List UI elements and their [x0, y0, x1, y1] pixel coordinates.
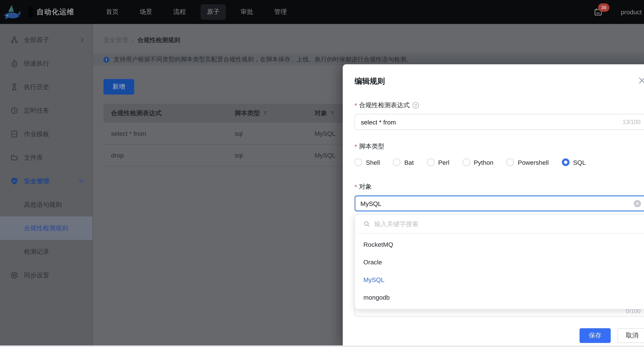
add-button[interactable]: 新增: [104, 79, 134, 95]
radio-circle: [393, 158, 400, 166]
sidebar-item-security-management[interactable]: 安全管理: [0, 169, 92, 193]
expression-char-counter: 13/100: [622, 119, 640, 125]
breadcrumb-current: 合规性检测规则: [138, 36, 180, 44]
sidebar-item-compliance-check-rules[interactable]: 合规性检测规则: [0, 217, 92, 240]
redacted-logo-text: [28, 6, 33, 17]
stopwatch-icon: [10, 59, 18, 67]
sidebar-item-label: 安全管理: [24, 177, 49, 185]
radio-perl[interactable]: Perl: [427, 158, 450, 166]
top-nav-bar: 自动化运维 首页 场景 流程 原子 审批 管理 36 product: [0, 0, 644, 24]
expression-input[interactable]: select * from 13/100: [354, 114, 644, 130]
required-asterisk: *: [354, 143, 357, 150]
sidebar-item-label: 高危语句规则: [24, 201, 62, 209]
whale-logo-icon: [2, 3, 21, 20]
nav-item-home[interactable]: 首页: [100, 4, 125, 20]
search-placeholder: 输入关键字搜索: [374, 220, 418, 228]
sidebar-item-all-atoms[interactable]: 全部原子: [0, 28, 92, 52]
horizontal-scrollbar[interactable]: [0, 346, 644, 347]
breadcrumb: 安全管理 › 合规性检测规则: [104, 36, 180, 44]
breadcrumb-parent[interactable]: 安全管理: [104, 36, 128, 44]
edit-rule-drawer: 编辑规则 * 合规性检测表达式 ? select * from 13/100 *…: [343, 64, 644, 347]
notification-button[interactable]: 36: [594, 7, 603, 17]
clear-icon[interactable]: [634, 200, 641, 207]
option-mysql-active[interactable]: MySQL: [355, 271, 644, 288]
app-window: 自动化运维 首页 场景 流程 原子 审批 管理 36 product: [0, 0, 644, 347]
radio-circle-selected: [562, 158, 569, 166]
cancel-button[interactable]: 取消: [617, 328, 644, 343]
expression-value: select * from: [361, 118, 622, 125]
info-banner-text: 支持用户根据不同类型的脚本类型言配置合规性规则，在脚本保存、上线、执行的时候都进…: [114, 55, 412, 63]
shield-check-icon: [10, 177, 18, 185]
sidebar-item-sync-settings[interactable]: 同步设置: [0, 264, 92, 287]
top-nav: 首页 场景 流程 原子 审批 管理: [96, 4, 297, 20]
sidebar-item-job-templates[interactable]: 作业模板: [0, 122, 92, 146]
radio-circle: [462, 158, 470, 166]
sidebar: 全部原子 快速执行 执行历史: [0, 24, 93, 347]
option-oracle[interactable]: Oracle: [355, 253, 644, 271]
header-right: 36 product: [594, 7, 644, 17]
dropdown-options: RocketMQ Oracle MySQL mongodb: [355, 234, 644, 306]
dropdown-search[interactable]: 输入关键字搜索: [355, 215, 644, 234]
script-type-radio-group: Shell Bat Perl Python Powershell SQL: [354, 158, 586, 166]
radio-powershell[interactable]: Powershell: [506, 158, 549, 166]
sidebar-item-file-library[interactable]: 文件库: [0, 146, 92, 169]
gear-icon: [10, 271, 18, 280]
sidebar-item-dangerous-statement-rules[interactable]: 高危语句规则: [0, 193, 92, 217]
molecule-icon: [10, 36, 18, 44]
sidebar-item-quick-execute[interactable]: 快速执行: [0, 52, 92, 75]
target-dropdown-panel: 输入关键字搜索 RocketMQ Oracle MySQL mongodb: [354, 214, 644, 309]
hourglass-icon: [10, 83, 18, 91]
sidebar-item-label: 执行历史: [24, 83, 49, 91]
sidebar-item-execution-history[interactable]: 执行历史: [0, 75, 92, 99]
sidebar-item-scheduled-tasks[interactable]: 定时任务: [0, 99, 92, 122]
column-header-script-type: 脚本类型: [227, 109, 307, 117]
info-icon: i: [104, 56, 109, 62]
radio-python[interactable]: Python: [462, 158, 494, 166]
option-mongodb[interactable]: mongodb: [355, 288, 644, 306]
nav-item-approvals[interactable]: 审批: [234, 4, 260, 20]
radio-circle: [354, 158, 362, 166]
nav-item-admin[interactable]: 管理: [268, 4, 293, 20]
filter-icon[interactable]: [263, 111, 268, 116]
target-select[interactable]: MySQL: [354, 195, 644, 211]
breadcrumb-separator: ›: [132, 37, 134, 43]
folder-icon: [10, 153, 18, 162]
clock-icon: [10, 106, 18, 115]
drawer-footer: 保存 取消: [580, 328, 644, 343]
sidebar-item-label: 检测记录: [24, 248, 49, 256]
expression-field-label: * 合规性检测表达式 ?: [354, 101, 419, 109]
radio-circle: [427, 158, 434, 166]
drawer-title: 编辑规则: [354, 76, 385, 86]
sidebar-item-label: 作业模板: [24, 130, 49, 138]
app-title: 自动化运维: [36, 7, 74, 17]
required-asterisk: *: [354, 183, 357, 191]
option-rocketmq[interactable]: RocketMQ: [355, 235, 644, 253]
close-icon[interactable]: [639, 77, 644, 84]
radio-sql[interactable]: SQL: [562, 158, 586, 166]
radio-circle: [506, 158, 514, 166]
help-icon[interactable]: ?: [412, 102, 419, 108]
nav-item-scenes[interactable]: 场景: [133, 4, 158, 20]
info-banner: i 支持用户根据不同类型的脚本类型言配置合规性规则，在脚本保存、上线、执行的时候…: [93, 53, 644, 66]
filter-icon[interactable]: [330, 111, 335, 116]
sidebar-item-label: 合规性检测规则: [24, 224, 68, 232]
target-field-label: * 对象: [354, 183, 372, 191]
radio-bat[interactable]: Bat: [393, 158, 414, 166]
target-value: MySQL: [360, 200, 382, 207]
column-header-expression: 合规性检测表达式: [104, 109, 227, 117]
sidebar-item-label: 全部原子: [24, 36, 49, 44]
chevron-down-icon: [79, 179, 84, 183]
save-button[interactable]: 保存: [580, 328, 611, 343]
sidebar-item-label: 同步设置: [24, 271, 49, 279]
nav-item-flows[interactable]: 流程: [167, 4, 192, 20]
nav-item-atoms[interactable]: 原子: [201, 4, 226, 20]
radio-shell[interactable]: Shell: [354, 158, 380, 166]
user-menu[interactable]: product: [621, 8, 644, 15]
search-icon: [363, 221, 370, 227]
document-icon: [10, 130, 18, 138]
sidebar-item-check-records[interactable]: 检测记录: [0, 240, 92, 264]
notification-count-badge: 36: [598, 3, 610, 12]
sidebar-item-label: 文件库: [24, 154, 43, 162]
username: product: [621, 8, 642, 15]
sidebar-item-label: 快速执行: [24, 59, 49, 67]
